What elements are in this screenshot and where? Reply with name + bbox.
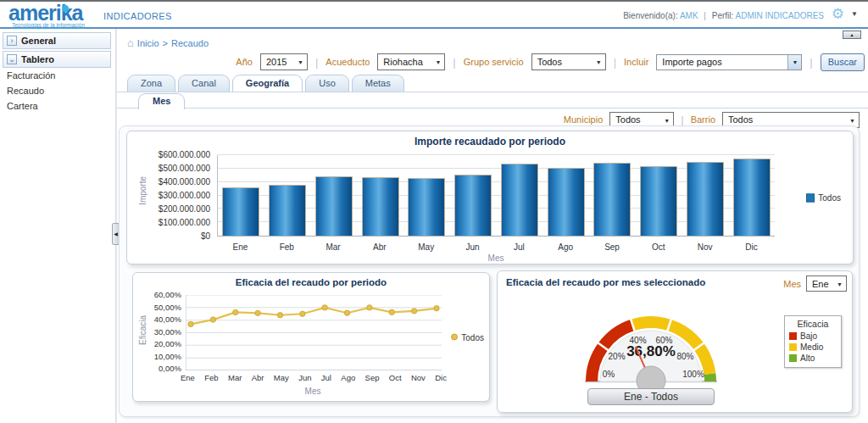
divider: | [614, 56, 616, 69]
tab-zona[interactable]: Zona [127, 75, 175, 92]
line-x-axis-labels: EneFebMarAbrMayJunJulAgoSepOctNovDic [181, 373, 447, 382]
legend-swatch-icon [806, 193, 815, 202]
x-tick-label: Nov [682, 242, 728, 252]
username: AMK [680, 11, 698, 20]
line-chart-title: Eficacia del recaudo por periodo [133, 273, 489, 287]
tab-geografia[interactable]: Geografía [232, 75, 303, 92]
gear-icon[interactable]: ⚙ [832, 5, 844, 23]
breadcrumb: ⌂ Inicio > Recaudo [127, 36, 209, 49]
acueducto-select[interactable]: Riohacha ▼ [377, 53, 445, 70]
svg-text:100%: 100% [682, 370, 704, 379]
buscar-button[interactable]: Buscar [821, 53, 865, 71]
collapse-panel-button[interactable]: ▲ [843, 31, 861, 39]
gauge-legend: Eficacia BajoMedioAlto [784, 315, 842, 368]
x-tick-label: Feb [264, 242, 310, 252]
x-tick-label: Jul [321, 373, 331, 382]
bar [408, 178, 445, 236]
line-chart-legend: Todos [451, 332, 484, 342]
dropdown-button-icon[interactable]: ▼ [787, 55, 801, 70]
legend-swatch-icon [789, 354, 797, 362]
x-tick-label: Mar [310, 242, 357, 252]
sidebar: › General ⌄ Tablero FacturaciónRecaudoCa… [0, 31, 114, 114]
chevron-down-icon[interactable]: ▼ [851, 10, 858, 18]
dropdown-arrow-icon: ▼ [837, 281, 843, 287]
gauge-footer-button[interactable]: Ene - Todos [587, 388, 715, 405]
tab-uso[interactable]: Uso [305, 75, 349, 92]
barrio-value: Todos [728, 114, 753, 125]
sidebar-item-recaudo[interactable]: Recaudo [0, 83, 114, 98]
bar [640, 166, 677, 236]
section-label: Tablero [21, 54, 54, 64]
home-icon[interactable]: ⌂ [127, 36, 134, 49]
barrio-label: Barrio [691, 114, 715, 125]
mes-select[interactable]: Ene ▼ [806, 276, 847, 292]
welcome-label: Bienvenido(a): [623, 11, 677, 20]
legend-label: Alto [800, 353, 815, 363]
x-tick-label: Sep [589, 242, 636, 252]
sidebar-items: FacturaciónRecaudoCartera [0, 68, 114, 114]
sidebar-item-cartera[interactable]: Cartera [0, 98, 114, 114]
incluir-label: Incluir [624, 57, 648, 67]
bar-x-axis-labels: EneFebMarAbrMayJunJulAgoSepOctNovDic [217, 242, 775, 252]
dropdown-arrow-icon: ▼ [435, 59, 441, 65]
sidebar-section-tablero[interactable]: ⌄ Tablero [3, 51, 111, 68]
dropdown-arrow-icon: ▼ [849, 118, 855, 124]
incluir-select[interactable]: Importe pagos ▼ [656, 54, 802, 70]
legend-label: Bajo [800, 331, 817, 341]
mes-value: Ene [812, 279, 829, 289]
x-tick-label: Abr [356, 242, 403, 252]
section-label: General [21, 36, 56, 46]
gauge-panel: Eficacia del recaudo por mes seleccionad… [497, 270, 853, 413]
sidebar-section-general[interactable]: › General [3, 32, 111, 49]
collapse-icon[interactable]: ⌄ [7, 54, 17, 64]
breadcrumb-home[interactable]: Inicio [137, 38, 159, 48]
line-y-axis-labels: 0,00%10,00%20,00%30,00%40,00%50,00%60,00… [143, 295, 184, 369]
y-tick-label: $600.000.000 [159, 150, 210, 159]
mes-label: Mes [783, 279, 801, 289]
bar [733, 159, 771, 236]
amerika-logo: amerika Tecnologías de la información [8, 3, 85, 28]
breadcrumb-separator: > [163, 38, 168, 48]
line-chart-plot [186, 295, 442, 370]
tab-metas[interactable]: Metas [352, 75, 404, 92]
bar [501, 164, 538, 236]
line-x-axis-title: Mes [186, 387, 440, 396]
bar [548, 168, 585, 236]
x-tick-label: May [403, 242, 449, 252]
legend-label: Medio [800, 342, 823, 352]
x-tick-label: Ago [341, 373, 355, 382]
profile-value: ADMIN INDICADORES [736, 11, 824, 20]
filter-bar: Año 2015 ▼ | Acueducto Riohacha ▼ | Grup… [117, 51, 865, 73]
bar [454, 175, 492, 236]
bar-chart-panel: Importe recaudado por periodo Importe $0… [126, 131, 854, 264]
grupo-servicio-value: Todos [537, 57, 562, 67]
x-tick-label: Dic [728, 242, 775, 252]
x-tick-label: Mar [228, 373, 242, 382]
incluir-value: Importe pagos [657, 57, 787, 67]
x-tick-label: Nov [411, 373, 426, 382]
bar [222, 187, 259, 236]
svg-text:20%: 20% [609, 352, 626, 361]
breadcrumb-current: Recaudo [171, 38, 209, 48]
acueducto-value: Riohacha [383, 57, 422, 67]
x-tick-label: Jun [298, 373, 311, 382]
app-header: amerika Tecnologías de la información IN… [0, 2, 868, 29]
y-tick-label: 10,00% [154, 352, 181, 361]
tab-mes[interactable]: Mes [138, 93, 185, 109]
ano-select[interactable]: 2015 ▼ [260, 53, 308, 70]
ano-value: 2015 [266, 57, 287, 67]
municipio-label: Municipio [564, 114, 603, 125]
municipio-value: Todos [615, 114, 640, 125]
gauge-legend-item: Medio [789, 342, 837, 352]
expand-icon[interactable]: › [7, 36, 17, 46]
x-tick-label: Ago [542, 242, 589, 252]
line-chart-panel: Eficacia del recaudo por periodo Eficaci… [132, 272, 490, 402]
bar-y-axis-title: Importe [138, 176, 147, 205]
gauge-chart: 0%20%40%60%80%100%36,80% [556, 287, 746, 398]
tab-canal[interactable]: Canal [178, 75, 230, 92]
svg-text:36,80%: 36,80% [626, 343, 676, 359]
profile-label: Perfil: [712, 11, 734, 20]
grupo-servicio-select[interactable]: Todos ▼ [531, 53, 606, 70]
sidebar-item-facturacion[interactable]: Facturación [0, 68, 114, 83]
x-tick-label: Ene [181, 373, 195, 382]
